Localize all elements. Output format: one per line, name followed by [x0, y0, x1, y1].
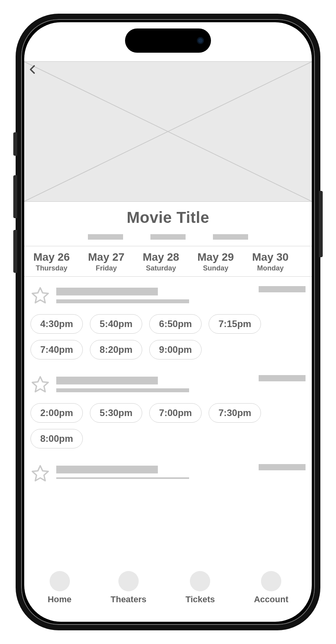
phone-frame: Movie Title May 26 Thursday May 27 Frida… — [16, 14, 320, 630]
theater-distance-placeholder — [259, 464, 306, 470]
showtime-button[interactable]: 7:00pm — [149, 403, 202, 423]
date-label: May 27 — [80, 251, 132, 263]
date-day: Friday — [80, 264, 132, 272]
showtime-button[interactable]: 8:20pm — [90, 340, 142, 359]
date-item[interactable]: May 30 Monday — [243, 246, 298, 276]
date-label: May 30 — [245, 251, 296, 263]
showtime-button[interactable]: 2:00pm — [30, 403, 83, 423]
showtime-button[interactable]: 5:40pm — [90, 314, 142, 334]
date-item[interactable]: May 27 Friday — [79, 246, 134, 276]
theater-distance-placeholder — [259, 375, 306, 381]
date-scroller[interactable]: May 26 Thursday May 27 Friday May 28 Sat… — [24, 246, 312, 277]
movie-title-block: Movie Title — [24, 202, 312, 246]
theater-address-placeholder — [56, 299, 189, 303]
star-outline-icon[interactable] — [30, 286, 50, 306]
back-button[interactable] — [27, 64, 45, 81]
movie-meta-placeholder — [213, 234, 248, 240]
theater-name-placeholder — [56, 466, 158, 473]
date-day: Thursday — [26, 264, 77, 272]
theater-info-placeholder — [56, 286, 252, 303]
theater-name-placeholder — [56, 288, 158, 295]
movie-poster-placeholder — [24, 61, 312, 202]
theater-name-placeholder — [56, 377, 158, 384]
showtime-button[interactable]: 7:40pm — [30, 340, 83, 359]
theater-address-placeholder — [56, 388, 189, 392]
volume-up-button[interactable] — [13, 175, 17, 218]
movie-meta-placeholder — [150, 234, 186, 240]
tab-bar: Home Theaters Tickets Account — [24, 564, 312, 622]
tab-tickets-icon — [190, 571, 210, 591]
theater-address-placeholder — [56, 477, 189, 479]
star-outline-icon[interactable] — [30, 464, 50, 484]
theaters-list[interactable]: 4:30pm 5:40pm 6:50pm 7:15pm 7:40pm 8:20p… — [24, 277, 312, 564]
screen: Movie Title May 26 Thursday May 27 Frida… — [24, 22, 312, 622]
theater-header — [30, 286, 306, 306]
tab-label: Account — [254, 594, 288, 605]
tab-theaters[interactable]: Theaters — [111, 571, 147, 605]
theater-card: 4:30pm 5:40pm 6:50pm 7:15pm 7:40pm 8:20p… — [30, 286, 306, 359]
date-label: May 28 — [135, 251, 187, 263]
theater-header — [30, 375, 306, 395]
theater-card — [30, 464, 306, 484]
tab-account[interactable]: Account — [254, 571, 288, 605]
tab-theaters-icon — [118, 571, 139, 591]
power-button[interactable] — [319, 191, 323, 257]
theater-header — [30, 464, 306, 484]
showtime-button[interactable]: 7:15pm — [209, 314, 261, 334]
showtime-button[interactable]: 5:30pm — [90, 403, 142, 423]
volume-down-button[interactable] — [13, 230, 17, 273]
volume-mute-button[interactable] — [13, 132, 17, 156]
date-item[interactable]: May 29 Sunday — [188, 246, 243, 276]
theater-distance-placeholder — [259, 286, 306, 292]
showtimes-row: 2:00pm 5:30pm 7:00pm 7:30pm 8:00pm — [30, 403, 306, 448]
date-label: May 26 — [26, 251, 77, 263]
theater-card: 2:00pm 5:30pm 7:00pm 7:30pm 8:00pm — [30, 375, 306, 448]
theater-info-placeholder — [56, 464, 252, 479]
movie-meta-placeholder — [88, 234, 123, 240]
date-day: Sunday — [190, 264, 241, 272]
svg-marker-4 — [32, 466, 48, 481]
showtimes-row: 4:30pm 5:40pm 6:50pm 7:15pm 7:40pm 8:20p… — [30, 314, 306, 359]
chevron-left-icon — [27, 64, 38, 75]
movie-title: Movie Title — [24, 209, 312, 226]
svg-marker-3 — [32, 377, 48, 392]
tab-label: Home — [48, 594, 71, 605]
dynamic-island — [125, 28, 211, 53]
tab-label: Tickets — [186, 594, 215, 605]
placeholder-x-icon — [24, 62, 312, 201]
svg-marker-2 — [32, 288, 48, 303]
showtime-button[interactable]: 9:00pm — [149, 340, 202, 359]
date-label: May 29 — [190, 251, 241, 263]
tab-label: Theaters — [111, 594, 147, 605]
showtime-button[interactable]: 7:30pm — [209, 403, 261, 423]
tab-account-icon — [261, 571, 281, 591]
date-day: Saturday — [135, 264, 187, 272]
date-item[interactable]: May 28 Saturday — [134, 246, 188, 276]
star-outline-icon[interactable] — [30, 375, 50, 395]
tab-home-icon — [50, 571, 70, 591]
showtime-button[interactable]: 6:50pm — [149, 314, 202, 334]
tab-home[interactable]: Home — [48, 571, 71, 605]
showtime-button[interactable]: 8:00pm — [30, 429, 83, 448]
movie-meta-row — [24, 234, 312, 240]
theater-info-placeholder — [56, 375, 252, 392]
showtime-button[interactable]: 4:30pm — [30, 314, 83, 334]
date-day: Monday — [245, 264, 296, 272]
tab-tickets[interactable]: Tickets — [186, 571, 215, 605]
date-item[interactable]: May 26 Thursday — [24, 246, 79, 276]
